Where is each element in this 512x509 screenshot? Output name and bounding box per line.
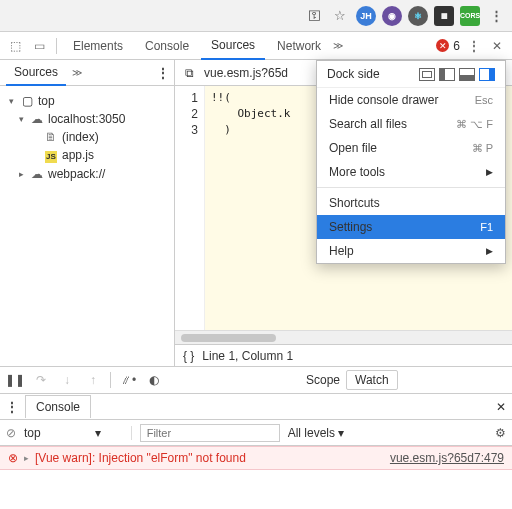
drawer-console-tab[interactable]: Console	[25, 395, 91, 418]
menu-separator	[317, 187, 505, 188]
horizontal-scrollbar[interactable]	[175, 330, 512, 344]
more-tabs-icon[interactable]: ≫	[333, 40, 343, 51]
cursor-status: Line 1, Column 1	[202, 349, 293, 363]
extension-icon[interactable]: ◉	[382, 6, 402, 26]
menu-help[interactable]: Help▶	[317, 239, 505, 263]
tab-console[interactable]: Console	[135, 32, 199, 60]
scope-tab[interactable]: Scope	[306, 373, 340, 387]
error-icon: ⊗	[8, 451, 18, 465]
close-drawer-icon[interactable]: ✕	[496, 400, 506, 414]
extension-qr[interactable]: ▦	[434, 6, 454, 26]
close-devtools-icon[interactable]: ✕	[486, 35, 508, 57]
chrome-menu-icon[interactable]: ⋮	[486, 6, 506, 26]
line-gutter: 123	[175, 86, 205, 330]
key-icon: ⚿	[304, 6, 324, 26]
tree-webpack[interactable]: ▸☁webpack://	[4, 165, 170, 183]
step-out-icon[interactable]: ↑	[84, 371, 102, 389]
error-dot-icon: ✕	[436, 39, 449, 52]
tree-host[interactable]: ▾☁localhost:3050	[4, 110, 170, 128]
menu-shortcuts[interactable]: Shortcuts	[317, 191, 505, 215]
filter-input[interactable]	[140, 424, 280, 442]
expand-icon[interactable]: ▸	[24, 453, 29, 463]
dock-bottom-icon[interactable]	[459, 68, 475, 81]
sources-panel-tab[interactable]: Sources	[6, 60, 66, 86]
file-tree: ▾▢top ▾☁localhost:3050 🗎(index) JSapp.js…	[0, 86, 175, 366]
tab-elements[interactable]: Elements	[63, 32, 133, 60]
braces-icon[interactable]: { }	[183, 349, 194, 363]
dock-undock-icon[interactable]	[419, 68, 435, 81]
menu-more-tools[interactable]: More tools▶	[317, 160, 505, 184]
console-message-text: [Vue warn]: Injection "elForm" not found	[35, 451, 246, 465]
inspect-icon[interactable]: ⬚	[4, 35, 26, 57]
tree-appjs[interactable]: JSapp.js	[4, 146, 170, 165]
tree-index[interactable]: 🗎(index)	[4, 128, 170, 146]
divider	[110, 372, 111, 388]
levels-selector[interactable]: All levels ▾	[288, 426, 345, 440]
menu-hide-console[interactable]: Hide console drawerEsc	[317, 88, 505, 112]
pause-icon[interactable]: ❚❚	[6, 371, 24, 389]
more-panels-icon[interactable]: ≫	[72, 67, 82, 78]
devtools-menu-icon[interactable]: ⋮	[462, 35, 484, 57]
menu-settings[interactable]: SettingsF1	[317, 215, 505, 239]
star-icon[interactable]: ☆	[330, 6, 350, 26]
console-message[interactable]: ⊗ ▸ [Vue warn]: Injection "elForm" not f…	[0, 446, 512, 470]
device-toggle-icon[interactable]: ▭	[28, 35, 50, 57]
tab-sources[interactable]: Sources	[201, 32, 265, 60]
error-count[interactable]: ✕ 6	[436, 39, 460, 53]
step-over-icon[interactable]: ↷	[32, 371, 50, 389]
navigator-menu-icon[interactable]: ⋮	[157, 66, 168, 80]
extension-react[interactable]: ⚛	[408, 6, 428, 26]
extension-cors[interactable]: CORS	[460, 6, 480, 26]
context-selector[interactable]: top▾	[24, 426, 132, 440]
extension-jh[interactable]: JH	[356, 6, 376, 26]
open-file-tab[interactable]: vue.esm.js?65d	[204, 66, 288, 80]
error-count-number: 6	[453, 39, 460, 53]
dock-right-icon[interactable]	[479, 68, 495, 81]
devtools-dropdown-menu: Dock side Hide console drawerEsc Search …	[316, 60, 506, 264]
pause-exceptions-icon[interactable]: ◐	[145, 371, 163, 389]
deactivate-breakpoints-icon[interactable]: ⫽•	[119, 371, 137, 389]
dock-left-icon[interactable]	[439, 68, 455, 81]
clear-console-icon[interactable]: ⊘	[6, 426, 16, 440]
step-into-icon[interactable]: ↓	[58, 371, 76, 389]
dock-side-label: Dock side	[327, 67, 380, 81]
menu-search-all[interactable]: Search all files⌘ ⌥ F	[317, 112, 505, 136]
file-tab-icon[interactable]: ⧉	[181, 66, 198, 80]
menu-open-file[interactable]: Open file⌘ P	[317, 136, 505, 160]
divider	[56, 38, 57, 54]
tab-network[interactable]: Network	[267, 32, 331, 60]
drawer-menu-icon[interactable]: ⋮	[6, 400, 17, 414]
console-settings-icon[interactable]: ⚙	[495, 426, 506, 440]
watch-tab[interactable]: Watch	[346, 370, 398, 390]
tree-top[interactable]: ▾▢top	[4, 92, 170, 110]
console-message-link[interactable]: vue.esm.js?65d7:479	[390, 451, 504, 465]
